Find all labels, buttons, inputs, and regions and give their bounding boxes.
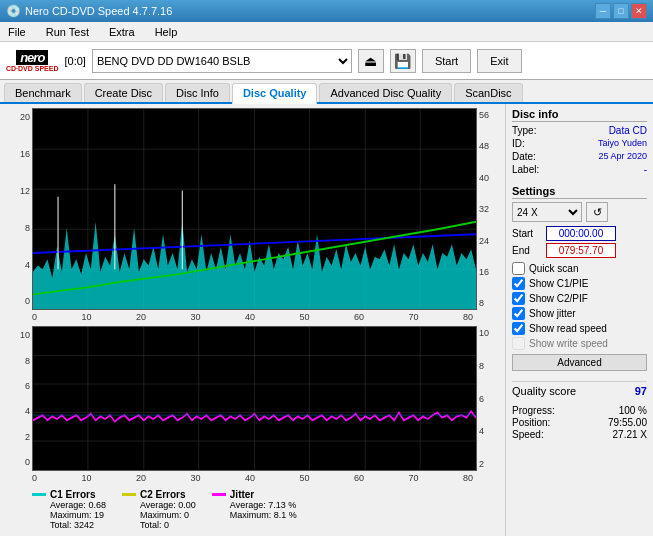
y2-right-0: 10: [479, 328, 499, 338]
y1-right-1: 48: [479, 141, 499, 151]
advanced-button[interactable]: Advanced: [512, 354, 647, 371]
show-c1-row: Show C1/PIE: [512, 277, 647, 290]
tab-disc-info[interactable]: Disc Info: [165, 83, 230, 102]
quick-scan-checkbox[interactable]: [512, 262, 525, 275]
y2-left-1: 8: [6, 356, 30, 366]
disc-date-label: Date:: [512, 151, 536, 162]
quick-scan-label: Quick scan: [529, 263, 578, 274]
x2-8: 80: [463, 473, 473, 483]
progress-label: Progress:: [512, 405, 555, 416]
c2-stats: Average: 0.00: [140, 500, 196, 510]
minimize-button[interactable]: ─: [595, 3, 611, 19]
y2-left-2: 6: [6, 381, 30, 391]
refresh-icon[interactable]: ↺: [586, 202, 608, 222]
c1-total: Total: 3242: [50, 520, 106, 530]
y2-right-3: 4: [479, 426, 499, 436]
position-value: 79:55.00: [608, 417, 647, 428]
tab-bar: Benchmark Create Disc Disc Info Disc Qua…: [0, 80, 653, 104]
menu-file[interactable]: File: [4, 24, 30, 40]
close-button[interactable]: ✕: [631, 3, 647, 19]
device-select[interactable]: BENQ DVD DD DW1640 BSLB: [92, 49, 352, 73]
x1-0: 0: [32, 312, 37, 322]
show-jitter-label: Show jitter: [529, 308, 576, 319]
show-jitter-row: Show jitter: [512, 307, 647, 320]
save-icon[interactable]: 💾: [390, 49, 416, 73]
c1-average: 0.68: [88, 500, 106, 510]
window-controls: ─ □ ✕: [595, 3, 647, 19]
y1-left-4: 4: [6, 260, 30, 270]
settings-section: Settings 24 X Max X 4 X 8 X 16 X 32 X 40…: [512, 185, 647, 371]
start-time-input[interactable]: 000:00.00: [546, 226, 616, 241]
jitter-avg: Average: 7.13 %: [230, 500, 297, 510]
x2-3: 30: [190, 473, 200, 483]
x1-5: 50: [299, 312, 309, 322]
show-read-speed-checkbox[interactable]: [512, 322, 525, 335]
legend-c2: C2 Errors Average: 0.00 Maximum: 0 Total…: [122, 489, 196, 530]
progress-section: Progress: 100 % Position: 79:55.00 Speed…: [512, 405, 647, 441]
lower-chart-svg: [33, 327, 476, 470]
c2-max: Maximum: 0: [140, 510, 196, 520]
quality-section: Quality score 97: [512, 381, 647, 397]
tab-scan-disc[interactable]: ScanDisc: [454, 83, 522, 102]
y1-left-1: 16: [6, 149, 30, 159]
menu-bar: File Run Test Extra Help: [0, 22, 653, 42]
maximize-button[interactable]: □: [613, 3, 629, 19]
device-bar: nero CD·DVD SPEED [0:0] BENQ DVD DD DW16…: [0, 42, 653, 80]
disc-type-row: Type: Data CD: [512, 125, 647, 136]
start-button[interactable]: Start: [422, 49, 471, 73]
chart-area: 20 16 12 8 4 0: [0, 104, 505, 536]
speed-row-prog: Speed: 27.21 X: [512, 429, 647, 440]
position-label: Position:: [512, 417, 550, 428]
x1-6: 60: [354, 312, 364, 322]
y2-left-0: 10: [6, 330, 30, 340]
exit-button[interactable]: Exit: [477, 49, 521, 73]
tab-disc-quality[interactable]: Disc Quality: [232, 83, 318, 104]
disc-id-value: Taiyo Yuden: [598, 138, 647, 149]
end-time-input[interactable]: [546, 243, 616, 258]
legend-jitter: Jitter Average: 7.13 % Maximum: 8.1 %: [212, 489, 297, 530]
show-c1-checkbox[interactable]: [512, 277, 525, 290]
c2-total: Total: 0: [140, 520, 196, 530]
progress-value: 100 %: [619, 405, 647, 416]
tab-advanced-disc-quality[interactable]: Advanced Disc Quality: [319, 83, 452, 102]
start-label: Start: [512, 228, 542, 239]
y1-right-4: 24: [479, 236, 499, 246]
speed-select[interactable]: 24 X Max X 4 X 8 X 16 X 32 X 40 X 48 X: [512, 202, 582, 222]
y1-right-5: 16: [479, 267, 499, 277]
c1-max: Maximum: 19: [50, 510, 106, 520]
speed-row: 24 X Max X 4 X 8 X 16 X 32 X 40 X 48 X ↺: [512, 202, 647, 222]
nero-logo: nero CD·DVD SPEED: [6, 50, 59, 72]
c1-color: [32, 493, 46, 496]
x2-6: 60: [354, 473, 364, 483]
x1-1: 10: [81, 312, 91, 322]
show-write-speed-label: Show write speed: [529, 338, 608, 349]
c2-label: C2 Errors: [140, 489, 186, 500]
show-c2-checkbox[interactable]: [512, 292, 525, 305]
jitter-color: [212, 493, 226, 496]
device-id: [0:0]: [65, 55, 86, 67]
x2-7: 70: [408, 473, 418, 483]
menu-run-test[interactable]: Run Test: [42, 24, 93, 40]
eject-icon[interactable]: ⏏: [358, 49, 384, 73]
end-time-row: End: [512, 243, 647, 258]
jitter-max: Maximum: 8.1 %: [230, 510, 297, 520]
x2-4: 40: [245, 473, 255, 483]
show-c2-label: Show C2/PIF: [529, 293, 588, 304]
y1-left-0: 20: [6, 112, 30, 122]
quality-score-value: 97: [635, 385, 647, 397]
x2-0: 0: [32, 473, 37, 483]
disc-label-row: Label: -: [512, 164, 647, 175]
y2-right-2: 6: [479, 394, 499, 404]
disc-info-section: Disc info Type: Data CD ID: Taiyo Yuden …: [512, 108, 647, 177]
show-jitter-checkbox[interactable]: [512, 307, 525, 320]
x1-2: 20: [136, 312, 146, 322]
y2-left-5: 0: [6, 457, 30, 467]
tab-create-disc[interactable]: Create Disc: [84, 83, 163, 102]
menu-extra[interactable]: Extra: [105, 24, 139, 40]
legend-c1: C1 Errors Average: 0.68 Maximum: 19 Tota…: [32, 489, 106, 530]
disc-type-label: Type:: [512, 125, 536, 136]
menu-help[interactable]: Help: [151, 24, 182, 40]
tab-benchmark[interactable]: Benchmark: [4, 83, 82, 102]
disc-date-value: 25 Apr 2020: [598, 151, 647, 162]
progress-row: Progress: 100 %: [512, 405, 647, 416]
